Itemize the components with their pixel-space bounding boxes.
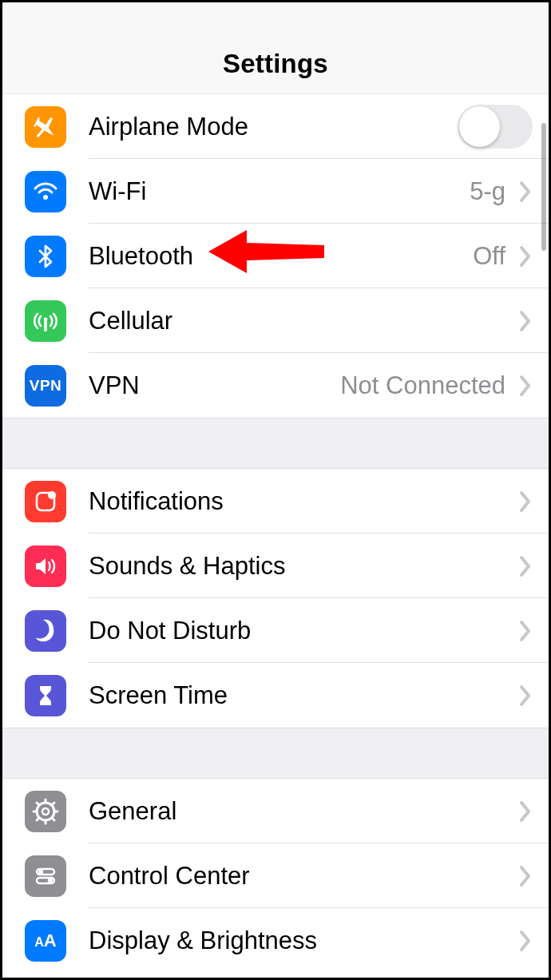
row-value: Not Connected	[340, 371, 505, 400]
chevron-right-icon	[518, 800, 533, 823]
chevron-right-icon	[518, 865, 533, 887]
svg-point-0	[43, 195, 48, 200]
airplane-mode-toggle[interactable]	[458, 105, 533, 149]
row-label: Screen Time	[89, 681, 513, 710]
bluetooth-icon	[25, 236, 66, 277]
row-vpn[interactable]: VPN VPN Not Connected	[2, 353, 549, 418]
vpn-icon: VPN	[25, 365, 66, 407]
chevron-right-icon	[518, 181, 533, 203]
chevron-right-icon	[518, 310, 533, 332]
row-label: Control Center	[89, 862, 513, 891]
row-label: Notifications	[89, 487, 513, 516]
header: Settings	[2, 2, 549, 94]
chevron-right-icon	[518, 375, 533, 397]
toggle-knob	[459, 106, 500, 147]
row-label: Do Not Disturb	[89, 617, 513, 645]
row-label: Display & Brightness	[89, 926, 513, 955]
scroll-indicator[interactable]	[541, 123, 546, 251]
row-wifi[interactable]: Wi-Fi 5-g	[2, 159, 549, 224]
settings-group-device: General Control Center AA Display & Brig…	[2, 779, 549, 973]
notifications-icon	[25, 481, 66, 522]
row-display-brightness[interactable]: AA Display & Brightness	[2, 908, 549, 973]
control-center-icon	[25, 855, 66, 897]
row-value: 5-g	[470, 177, 505, 206]
chevron-right-icon	[518, 684, 533, 707]
speaker-icon	[25, 546, 66, 587]
row-notifications[interactable]: Notifications	[2, 469, 549, 534]
page-title: Settings	[223, 49, 328, 79]
row-label: Cellular	[89, 307, 513, 335]
row-screen-time[interactable]: Screen Time	[2, 663, 549, 728]
row-general[interactable]: General	[2, 779, 549, 843]
svg-line-11	[37, 803, 39, 805]
svg-point-4	[48, 491, 56, 499]
row-label: General	[89, 797, 513, 826]
row-do-not-disturb[interactable]: Do Not Disturb	[2, 598, 549, 663]
row-label: Bluetooth	[89, 242, 473, 271]
display-icon: AA	[25, 920, 66, 962]
section-gap	[2, 728, 549, 779]
svg-line-12	[52, 818, 54, 820]
svg-point-6	[42, 808, 49, 815]
svg-point-16	[38, 869, 43, 874]
row-label: Airplane Mode	[89, 113, 458, 141]
svg-point-18	[48, 878, 53, 883]
chevron-right-icon	[518, 930, 533, 952]
svg-line-14	[52, 803, 54, 805]
chevron-right-icon	[518, 620, 533, 642]
moon-icon	[25, 610, 66, 652]
row-bluetooth[interactable]: Bluetooth Off	[2, 224, 549, 288]
row-airplane-mode[interactable]: Airplane Mode	[2, 94, 549, 159]
settings-group-alerts: Notifications Sounds & Haptics Do Not Di…	[2, 469, 549, 728]
cellular-icon	[25, 300, 66, 342]
chevron-right-icon	[518, 490, 533, 513]
row-cellular[interactable]: Cellular	[2, 288, 549, 353]
wifi-icon	[25, 171, 66, 212]
row-label: Wi-Fi	[89, 177, 470, 206]
hourglass-icon	[25, 675, 66, 716]
svg-point-2	[44, 317, 48, 321]
row-label: Sounds & Haptics	[89, 552, 513, 581]
svg-line-13	[37, 818, 39, 820]
section-gap	[2, 418, 549, 469]
settings-group-network: Airplane Mode Wi-Fi 5-g Bluetooth Off	[2, 94, 549, 418]
chevron-right-icon	[518, 555, 533, 577]
row-control-center[interactable]: Control Center	[2, 843, 549, 908]
row-value: Off	[473, 242, 505, 271]
gear-icon	[25, 791, 66, 832]
chevron-right-icon	[518, 245, 533, 268]
row-sounds-haptics[interactable]: Sounds & Haptics	[2, 534, 549, 598]
airplane-icon	[25, 106, 66, 148]
row-label: VPN	[89, 371, 340, 400]
